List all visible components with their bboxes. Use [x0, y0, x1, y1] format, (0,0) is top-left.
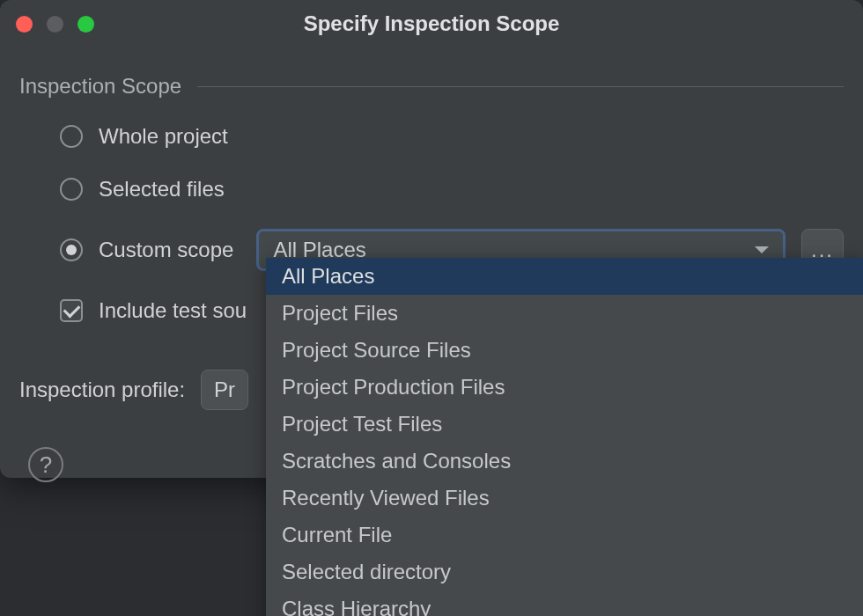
profile-label: Inspection profile: [19, 378, 185, 402]
section-title: Inspection Scope [19, 74, 181, 99]
minimize-icon[interactable] [47, 16, 63, 33]
dropdown-item-all-places[interactable]: All Places [266, 258, 863, 295]
dropdown-item-project-production-files[interactable]: Project Production Files [266, 369, 863, 406]
radio-label: Whole project [99, 124, 228, 149]
divider [197, 86, 844, 87]
dropdown-item-selected-directory[interactable]: Selected directory [266, 554, 863, 590]
dropdown-item-scratches-consoles[interactable]: Scratches and Consoles [266, 443, 863, 480]
dialog-title: Specify Inspection Scope [0, 11, 863, 36]
radio-icon[interactable] [60, 238, 83, 261]
radio-icon [60, 125, 83, 148]
checkbox-icon [60, 299, 83, 322]
radio-label: Custom scope [99, 238, 233, 262]
profile-value: Pr [214, 378, 235, 402]
profile-combobox[interactable]: Pr [201, 370, 248, 410]
titlebar: Specify Inspection Scope [0, 0, 863, 48]
close-icon[interactable] [16, 16, 33, 33]
dropdown-item-project-test-files[interactable]: Project Test Files [266, 406, 863, 443]
dropdown-item-class-hierarchy[interactable]: Class Hierarchy [266, 590, 863, 616]
help-icon: ? [40, 451, 52, 479]
radio-whole-project[interactable]: Whole project [60, 123, 844, 150]
dropdown-item-project-files[interactable]: Project Files [266, 295, 863, 332]
section-header: Inspection Scope [19, 74, 844, 99]
radio-selected-files[interactable]: Selected files [60, 176, 844, 202]
chevron-down-icon [755, 246, 769, 253]
radio-label: Selected files [99, 177, 225, 202]
help-button[interactable]: ? [28, 447, 63, 482]
window-controls [16, 16, 94, 33]
dropdown-item-recently-viewed[interactable]: Recently Viewed Files [266, 480, 863, 517]
maximize-icon[interactable] [77, 16, 94, 33]
scope-dropdown-list: All Places Project Files Project Source … [266, 258, 863, 616]
radio-icon [60, 178, 83, 201]
dropdown-item-current-file[interactable]: Current File [266, 517, 863, 554]
checkbox-label: Include test sou [99, 298, 247, 323]
dropdown-item-project-source-files[interactable]: Project Source Files [266, 332, 863, 369]
